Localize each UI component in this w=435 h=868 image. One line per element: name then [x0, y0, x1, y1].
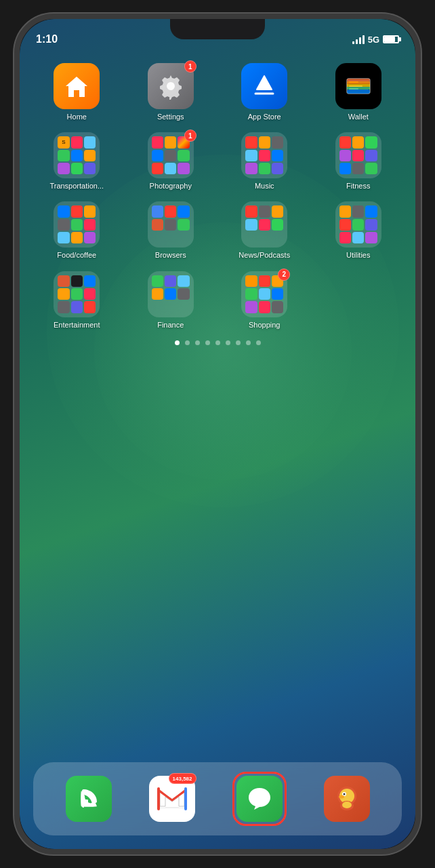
folder-mini	[178, 163, 189, 174]
app-row-1: Home 1 Settings	[33, 63, 402, 121]
folder-utilities[interactable]: Utilities	[315, 201, 402, 260]
folder-mini	[259, 275, 270, 287]
folder-mini	[259, 219, 270, 231]
dock-phone[interactable]	[66, 776, 112, 822]
page-dot-3[interactable]	[195, 340, 200, 345]
app-settings[interactable]: 1 Settings	[127, 63, 215, 121]
music-label: Music	[255, 182, 274, 191]
settings-svg	[157, 73, 184, 100]
page-dot-6[interactable]	[226, 340, 230, 345]
browsers-folder	[148, 201, 194, 248]
folder-browsers[interactable]: Browsers	[127, 201, 215, 260]
folder-mini	[339, 232, 351, 243]
folder-mini	[272, 136, 283, 148]
shopping-label: Shopping	[249, 321, 281, 330]
phone-frame: 1:10 5G	[14, 14, 421, 854]
folder-food[interactable]: Food/coffee	[33, 201, 121, 260]
folder-mini	[352, 219, 364, 231]
utilities-folder	[335, 201, 381, 248]
photography-label: Photography	[150, 182, 192, 191]
folder-transportation[interactable]: S Transportation...	[33, 132, 121, 191]
svg-rect-11	[347, 87, 370, 90]
folder-mini	[71, 219, 83, 231]
home-icon	[54, 63, 100, 109]
folder-mini	[259, 288, 270, 300]
folder-mini	[165, 288, 176, 300]
phone-screen: 1:10 5G	[20, 19, 415, 849]
messages-svg	[246, 785, 273, 812]
folder-mini	[84, 275, 96, 287]
entertainment-wrap	[54, 271, 100, 317]
settings-label: Settings	[157, 113, 184, 121]
wallet-icon	[335, 63, 381, 109]
settings-icon-wrap: 1	[148, 63, 194, 109]
dock-duckduckgo[interactable]	[324, 776, 370, 822]
transportation-wrap: S	[54, 132, 100, 178]
utilities-wrap	[335, 201, 381, 248]
dock-gmail[interactable]: 143,582	[149, 776, 195, 822]
folder-mini	[259, 136, 270, 148]
folder-entertainment[interactable]: Entertainment	[33, 271, 121, 330]
folder-mini	[245, 205, 257, 217]
page-dot-5[interactable]	[215, 340, 220, 345]
page-dot-8[interactable]	[246, 340, 251, 345]
phone-svg	[77, 787, 101, 811]
folder-fitness[interactable]: Fitness	[315, 132, 402, 191]
page-dot-1[interactable]	[175, 340, 180, 345]
page-dot-9[interactable]	[256, 340, 261, 345]
folder-mini	[84, 205, 96, 217]
app-wallet[interactable]: Wallet	[315, 63, 402, 121]
photography-badge: 1	[184, 130, 196, 142]
folder-mini	[259, 150, 270, 161]
gmail-badge: 143,582	[169, 773, 196, 784]
folder-mini	[365, 163, 377, 174]
folder-mini	[178, 275, 189, 287]
folder-music[interactable]: Music	[221, 132, 308, 191]
folder-mini	[71, 301, 83, 313]
app-appstore[interactable]: App Store	[221, 63, 308, 121]
folder-mini	[84, 163, 96, 174]
folder-mini	[259, 205, 270, 217]
folder-mini	[365, 232, 377, 243]
dock-messages[interactable]	[232, 772, 287, 826]
folder-mini	[152, 136, 163, 148]
home-label: Home	[67, 113, 87, 121]
folder-mini	[272, 219, 283, 231]
svg-point-23	[342, 802, 352, 808]
finance-wrap	[148, 271, 194, 317]
folder-mini	[245, 219, 257, 231]
svg-rect-15	[157, 787, 160, 810]
folder-shopping[interactable]: 2 Shopping	[221, 271, 308, 330]
folder-mini	[165, 150, 176, 161]
signal-icon	[352, 35, 365, 44]
app-home[interactable]: Home	[33, 63, 121, 121]
entertainment-label: Entertainment	[54, 321, 100, 330]
folder-photography[interactable]: 1 Photography	[127, 132, 215, 191]
wallet-icon-wrap	[335, 63, 381, 109]
page-dot-7[interactable]	[236, 340, 241, 345]
svg-rect-9	[347, 81, 370, 84]
folder-mini	[245, 275, 257, 287]
folder-mini	[58, 288, 69, 300]
finance-folder	[148, 271, 194, 317]
folder-mini	[152, 219, 163, 231]
folder-finance[interactable]: Finance	[127, 271, 215, 330]
home-svg	[63, 73, 90, 100]
folder-mini	[365, 219, 377, 231]
photography-wrap: 1	[148, 132, 194, 178]
page-dot-4[interactable]	[205, 340, 210, 345]
folder-mini	[352, 163, 364, 174]
page-dot-2[interactable]	[185, 340, 190, 345]
folder-mini	[71, 150, 83, 161]
folder-mini	[365, 150, 377, 161]
svg-point-21	[339, 795, 344, 799]
folder-mini	[352, 232, 364, 243]
folder-mini	[84, 150, 96, 161]
page-dots	[33, 340, 402, 345]
folder-mini	[152, 163, 163, 174]
empty-slot	[315, 271, 402, 330]
folder-news[interactable]: News/Podcasts	[221, 201, 308, 260]
folder-mini	[165, 219, 176, 231]
folder-mini	[272, 301, 283, 313]
folder-mini	[165, 275, 176, 287]
